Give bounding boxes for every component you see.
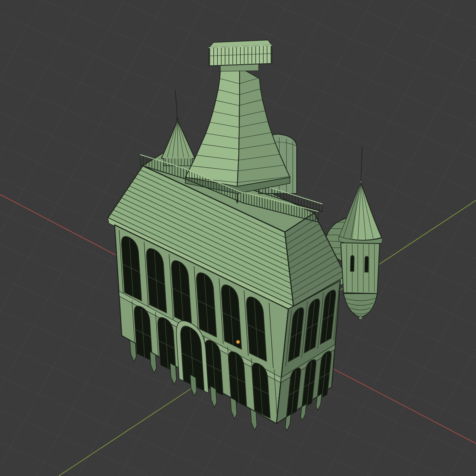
- building-model[interactable]: [108, 40, 382, 431]
- corbel-knob: [359, 316, 363, 320]
- 3d-viewport[interactable]: [0, 0, 476, 476]
- buttress-pier: [210, 386, 217, 407]
- object-origin-marker: [236, 340, 240, 344]
- central-stepped-spire: [185, 40, 290, 204]
- viewport-canvas[interactable]: [0, 0, 476, 476]
- arched-window: [350, 255, 354, 271]
- spire-right-face: [237, 67, 290, 186]
- spirelet-finial: [175, 90, 177, 119]
- spire-left-face: [185, 67, 240, 186]
- arched-window: [365, 256, 369, 272]
- buttress-pier: [190, 374, 196, 396]
- buttress-pier: [251, 409, 257, 430]
- buttress-pier: [230, 397, 237, 419]
- buttress-pier: [170, 363, 177, 384]
- buttress-pier: [150, 351, 156, 373]
- corner-turret: [339, 147, 382, 320]
- turret-finial: [361, 147, 362, 181]
- buttress-pier: [130, 340, 136, 362]
